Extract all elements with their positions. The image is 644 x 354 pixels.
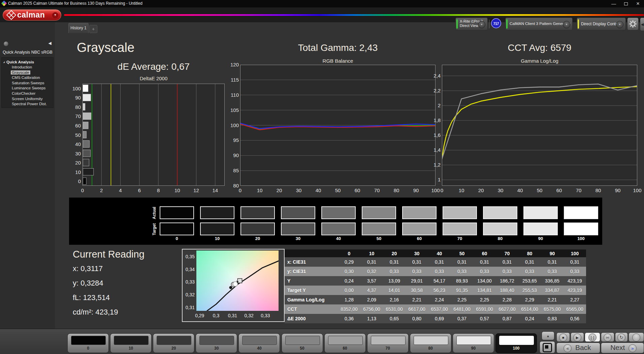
- sidebar-item-saturation-sweeps[interactable]: Saturation Sweeps: [12, 81, 44, 85]
- total-gamma-readout: Total Gamma: 2,43: [240, 42, 436, 53]
- table-cell: 0,32: [360, 267, 383, 276]
- cie-x-tick: 0,29: [194, 313, 206, 318]
- pattern-bar-scroll-up-button[interactable]: ▲: [542, 331, 554, 340]
- pattern-patch: [456, 336, 491, 345]
- table-header: 100: [564, 249, 586, 257]
- cie-y-tick: 0,31: [183, 305, 195, 310]
- frame-icon: [·]: [588, 333, 597, 342]
- table-header: 50: [451, 249, 473, 257]
- continuous-mode-button[interactable]: ∞: [601, 332, 614, 342]
- refresh-button[interactable]: ↻: [615, 332, 628, 342]
- pattern-button-20[interactable]: 20: [153, 333, 194, 353]
- minimize-button[interactable]: —: [608, 0, 620, 7]
- deltae-x-tick: 14: [211, 187, 220, 193]
- deltae-y-tick: 30: [67, 151, 81, 156]
- pattern-label: 0: [68, 346, 108, 351]
- table-cell: 14,01: [383, 286, 406, 295]
- calman-menu-button[interactable]: calman ▼: [3, 9, 61, 21]
- tree-root-label[interactable]: Quick Analysis: [6, 60, 34, 64]
- deltae-x-tick: 6: [135, 187, 144, 193]
- band-level-label: 70: [442, 236, 478, 241]
- table-cell: 423,19: [564, 286, 586, 295]
- rgb-balance-line-chart: [240, 65, 436, 186]
- pattern-label: 50: [282, 346, 323, 351]
- pattern-label: 60: [325, 346, 365, 351]
- sidebar-item-spectral-power-dist-[interactable]: Spectral Power Dist.: [12, 102, 47, 106]
- pattern-button-30[interactable]: 30: [196, 333, 237, 353]
- pattern-generator-button[interactable]: CalMAN Client 3 Pattern Generator ▼: [505, 18, 573, 30]
- table-cell: 0,69: [428, 314, 451, 323]
- pattern-button-60[interactable]: 60: [324, 333, 366, 353]
- sidebar-item-screen-uniformity[interactable]: Screen Uniformity: [12, 97, 42, 101]
- x-axis-tick: 60: [554, 187, 565, 193]
- band-level-label: 30: [280, 236, 316, 241]
- toolbar-separator: [489, 20, 489, 28]
- actual-swatch-50: [362, 206, 396, 219]
- table-cell: 2,25: [451, 295, 473, 304]
- pattern-button-80[interactable]: 80: [410, 333, 451, 353]
- table-row: Y0,243,5713,0929,0154,1789,93134,00186,7…: [285, 276, 586, 286]
- sidebar-item-introduction[interactable]: Introduction: [12, 65, 32, 69]
- stop-button[interactable]: ■: [556, 332, 570, 342]
- record-button[interactable]: [629, 332, 644, 342]
- sidebar-radio-button[interactable]: [3, 41, 9, 47]
- table-cell: 6514,00: [518, 304, 541, 314]
- frame-mode-button[interactable]: [·]: [585, 332, 600, 342]
- sidebar-collapse-icon[interactable]: ◀: [47, 40, 53, 46]
- sidebar-item-colorchecker[interactable]: ColorChecker: [12, 91, 35, 95]
- rgb-balance-chart-title: RGB Balance: [240, 58, 436, 64]
- next-chevron-icon: »: [629, 344, 637, 352]
- table-row-label: y: CIE31: [285, 267, 338, 276]
- table-header: 80: [518, 249, 541, 257]
- meter-reading-badge: 717: [491, 18, 501, 28]
- window-square-icon: [543, 343, 552, 352]
- settings-button[interactable]: [627, 18, 639, 30]
- sidebar-item-luminance-sweeps[interactable]: Luminance Sweeps: [12, 86, 45, 90]
- deltae-x-tick: 10: [172, 187, 182, 193]
- pattern-button-40[interactable]: 40: [238, 333, 280, 353]
- title-bar: Calman 2025 Calman Ultimate for Business…: [0, 0, 644, 7]
- table-cell: 0,31: [473, 257, 496, 267]
- x-axis-tick: 70: [372, 187, 382, 193]
- x-axis-tick: 100: [632, 187, 643, 193]
- table-header: 40: [428, 249, 451, 257]
- tab-history-1[interactable]: History 1: [68, 23, 89, 33]
- table-cell: 134,00: [473, 276, 496, 286]
- toolbar-overflow-button[interactable]: ◀: [640, 18, 644, 31]
- y-axis-tick: 85: [224, 168, 239, 173]
- table-cell: 253,65: [518, 276, 541, 286]
- pattern-label: 70: [367, 346, 408, 351]
- play-button[interactable]: ▶: [571, 332, 584, 342]
- table-cell: 4,37: [360, 286, 383, 295]
- cie-x-tick: 0,33: [259, 313, 271, 318]
- meter-select-button[interactable]: X-Rite i1Pro 3Direct View ▼: [455, 18, 488, 30]
- pattern-button-50[interactable]: 50: [282, 333, 323, 353]
- maximize-button[interactable]: [620, 0, 632, 7]
- add-tab-button[interactable]: +: [89, 25, 97, 33]
- next-label: Next: [610, 344, 625, 352]
- pattern-button-0[interactable]: 0: [67, 333, 109, 353]
- table-cell: 0,33: [428, 267, 451, 276]
- table-cell: 0,33: [564, 267, 586, 276]
- x-axis-tick: 10: [254, 187, 265, 193]
- pattern-button-90[interactable]: 90: [453, 333, 494, 353]
- close-button[interactable]: ×: [632, 0, 644, 7]
- table-cell: 2,21: [406, 295, 428, 304]
- back-button[interactable]: « Back: [556, 343, 600, 353]
- pattern-button-10[interactable]: 10: [110, 333, 152, 353]
- cie-y-tick: 0,34: [183, 267, 195, 272]
- sidebar-item-cms-calibration[interactable]: CMS Calibration: [12, 76, 40, 80]
- sidebar-item-grayscale[interactable]: Grayscale: [11, 70, 30, 75]
- tree-expander-icon[interactable]: ◢: [3, 61, 5, 63]
- display-control-button[interactable]: Direct Display Control ▼: [577, 18, 626, 30]
- x-axis-tick: 30: [495, 187, 506, 193]
- window-pattern-button[interactable]: [540, 341, 555, 353]
- chevron-down-icon: ▼: [52, 12, 58, 18]
- pattern-button-100[interactable]: 100: [495, 333, 537, 353]
- band-level-label: 60: [401, 236, 437, 241]
- gear-icon: [627, 18, 638, 30]
- table-cell: 2,29: [518, 295, 541, 304]
- next-button[interactable]: Next »: [601, 343, 644, 353]
- pattern-button-70[interactable]: 70: [367, 333, 409, 353]
- table-cell: 0,57: [473, 314, 496, 323]
